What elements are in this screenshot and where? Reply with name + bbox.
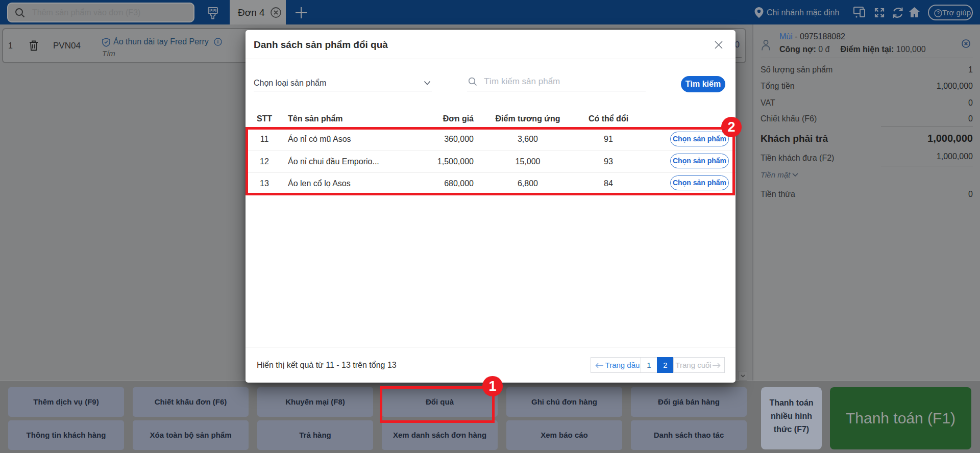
svg-text:?: ? <box>937 11 940 16</box>
